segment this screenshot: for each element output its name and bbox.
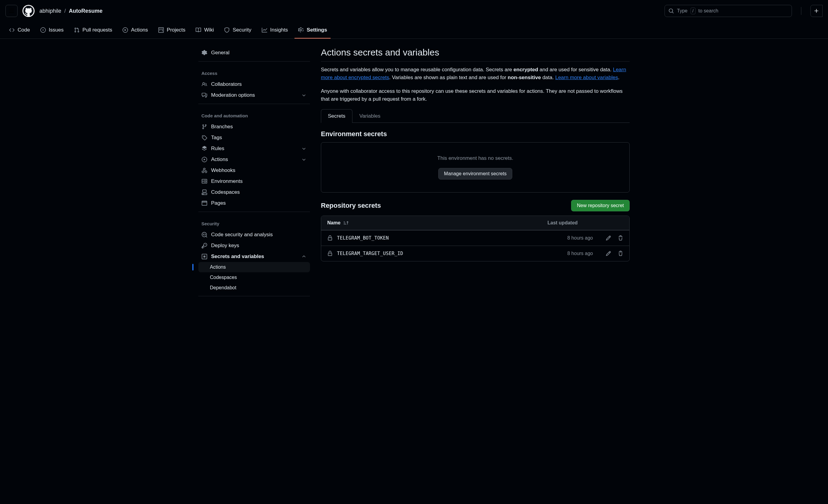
code-icon: [9, 27, 14, 33]
secret-name: TELEGRAM_TARGET_USER_ID: [337, 251, 403, 256]
chevron-up-icon: [301, 254, 307, 259]
pencil-icon: [606, 251, 611, 256]
sidebar-item-label: Pages: [211, 200, 307, 206]
sidebar-subitem-actions[interactable]: Actions: [198, 262, 310, 272]
intro-strong-encrypted: encrypted: [513, 67, 538, 73]
sidebar-item-general[interactable]: General: [198, 47, 310, 58]
sidebar-item-label: Branches: [211, 124, 307, 130]
tab-label: Code: [17, 27, 30, 33]
search-placeholder-suffix: to search: [699, 8, 718, 14]
webhook-icon: [201, 168, 207, 173]
app-header: abhiphile / AutoResume Type / to search: [0, 0, 828, 22]
play-icon: [123, 27, 128, 33]
subtab-secrets[interactable]: Secrets: [321, 109, 353, 123]
new-button[interactable]: [811, 5, 823, 17]
link-learn-variables[interactable]: Learn more about variables: [555, 75, 618, 80]
projects-icon: [158, 27, 164, 33]
env-secrets-empty-box: This environment has no secrets. Manage …: [321, 142, 630, 193]
delete-secret-button[interactable]: [618, 251, 623, 256]
tab-actions[interactable]: Actions: [119, 22, 152, 39]
play-icon: [201, 157, 207, 162]
manage-environment-secrets-button[interactable]: Manage environment secrets: [438, 168, 512, 179]
section-title-repo: Repository secrets: [321, 202, 381, 210]
gear-icon: [298, 27, 303, 33]
sidebar-item-label: Tags: [211, 135, 307, 141]
shield-icon: [224, 27, 230, 33]
section-title-env: Environment secrets: [321, 130, 387, 138]
sidebar-item-collaborators[interactable]: Collaborators: [198, 79, 310, 90]
sidebar-item-actions[interactable]: Actions: [198, 154, 310, 165]
page-title: Actions secrets and variables: [321, 47, 630, 61]
sidebar-subitem-dependabot[interactable]: Dependabot: [198, 283, 310, 293]
sidebar-item-label: Deploy keys: [211, 243, 307, 249]
tab-label: Settings: [306, 27, 327, 33]
chevron-down-icon: [301, 93, 307, 98]
chevron-down-icon: [301, 157, 307, 162]
tab-security[interactable]: Security: [220, 22, 255, 39]
new-repository-secret-button[interactable]: New repository secret: [571, 200, 630, 211]
search-slash-key: /: [691, 8, 696, 14]
edit-secret-button[interactable]: [606, 251, 611, 256]
tab-label: Pull requests: [82, 27, 112, 33]
sidebar-item-deploy-keys[interactable]: Deploy keys: [198, 240, 310, 251]
tab-settings[interactable]: Settings: [294, 22, 331, 39]
sidebar-item-secrets[interactable]: Secrets and variables: [198, 251, 310, 262]
sidebar-item-label: Environments: [211, 178, 307, 184]
lock-icon: [327, 251, 333, 256]
sidebar-item-branches[interactable]: Branches: [198, 121, 310, 132]
intro-text-part: .: [618, 75, 620, 80]
sidebar-item-codespaces[interactable]: Codespaces: [198, 187, 310, 198]
sidebar-item-tags[interactable]: Tags: [198, 132, 310, 143]
sidebar-item-environments[interactable]: Environments: [198, 176, 310, 187]
trash-icon: [618, 251, 623, 256]
sidebar-item-label: Actions: [210, 264, 307, 270]
tab-projects[interactable]: Projects: [155, 22, 189, 39]
subtab-variables[interactable]: Variables: [353, 109, 387, 123]
breadcrumb-repo[interactable]: AutoResume: [69, 8, 102, 14]
sidebar-item-pages[interactable]: Pages: [198, 198, 310, 209]
hamburger-icon: [9, 8, 14, 14]
github-logo[interactable]: [23, 5, 35, 17]
git-branch-icon: [201, 124, 207, 129]
sidebar-item-code-security[interactable]: Code security and analysis: [198, 229, 310, 240]
column-name[interactable]: Name: [327, 220, 341, 225]
tab-wiki[interactable]: Wiki: [192, 22, 217, 39]
codescan-icon: [201, 232, 207, 238]
sidebar-item-webhooks[interactable]: Webhooks: [198, 165, 310, 176]
sidebar-item-label: Codespaces: [211, 189, 307, 195]
key-asterisk-icon: [201, 254, 207, 259]
tab-label: Actions: [131, 27, 148, 33]
settings-sidebar: General Access Collaborators Moderation …: [198, 47, 310, 299]
hamburger-button[interactable]: [5, 5, 17, 17]
sidebar-item-rules[interactable]: Rules: [198, 143, 310, 154]
tab-pull-requests[interactable]: Pull requests: [70, 22, 116, 39]
intro-text-part: . Variables are shown as plain text and …: [389, 75, 508, 80]
tab-insights[interactable]: Insights: [258, 22, 292, 39]
main-content: Actions secrets and variables Secrets an…: [321, 47, 630, 299]
sidebar-item-label: Dependabot: [210, 285, 307, 291]
sidebar-divider: [198, 104, 310, 104]
column-last-updated: Last updated: [547, 220, 623, 225]
edit-secret-button[interactable]: [606, 235, 611, 241]
tab-issues[interactable]: Issues: [37, 22, 67, 39]
graph-icon: [262, 27, 267, 33]
sidebar-item-moderation[interactable]: Moderation options: [198, 90, 310, 101]
intro-text: Secrets and variables allow you to manag…: [321, 66, 630, 103]
comment-discussion-icon: [201, 92, 207, 98]
tab-code[interactable]: Code: [5, 22, 34, 39]
tab-label: Wiki: [204, 27, 214, 33]
people-icon: [201, 82, 207, 87]
table-header: Name Last updated: [321, 216, 629, 230]
pencil-icon: [606, 235, 611, 241]
breadcrumb-separator: /: [64, 8, 66, 14]
search-input[interactable]: Type / to search: [665, 5, 792, 17]
sidebar-subitem-codespaces[interactable]: Codespaces: [198, 272, 310, 283]
breadcrumb-owner[interactable]: abhiphile: [39, 8, 61, 14]
intro-text-part: Secrets and variables allow you to manag…: [321, 67, 513, 73]
sidebar-item-label: Actions: [211, 157, 297, 163]
sort-asc-icon[interactable]: [344, 220, 348, 225]
delete-secret-button[interactable]: [618, 235, 623, 241]
tab-label: Security: [233, 27, 251, 33]
table-row: TELEGRAM_TARGET_USER_ID 8 hours ago: [321, 246, 629, 261]
server-icon: [201, 179, 207, 184]
